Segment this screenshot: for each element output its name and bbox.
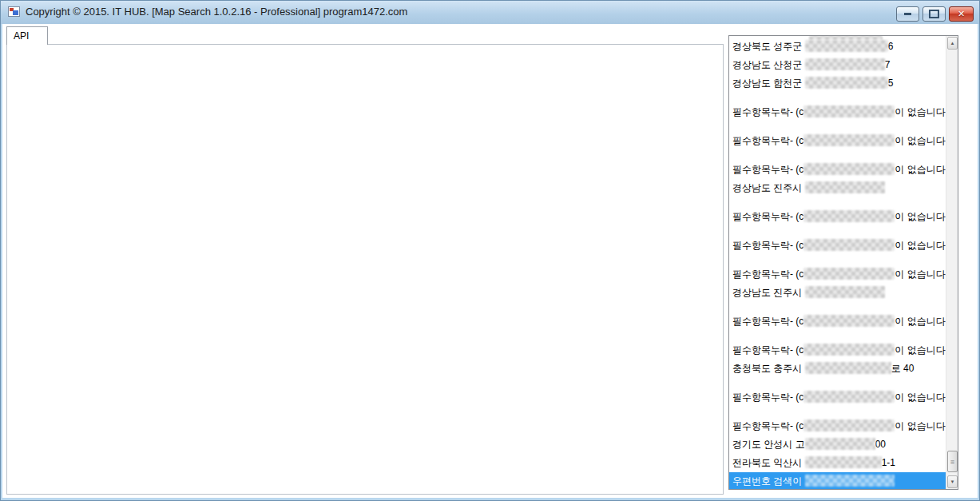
log-item[interactable]: 필수항목누락- (c이 없습니다.). bbox=[729, 103, 946, 121]
log-item[interactable]: 필수항목누락- (c이 없습니다.). bbox=[729, 341, 946, 360]
log-item[interactable]: 필수항목누락- (c이 없습니다.). bbox=[729, 161, 946, 179]
log-item[interactable]: 경상남도 진주시 bbox=[729, 179, 946, 197]
log-item[interactable]: 경상남도 산청군 7 bbox=[729, 56, 946, 74]
redacted-blur bbox=[803, 391, 895, 403]
redacted-blur bbox=[803, 239, 895, 251]
scroll-down-icon[interactable]: ▼ bbox=[947, 475, 958, 488]
redacted-blur bbox=[803, 163, 895, 175]
redacted-blur bbox=[805, 475, 895, 487]
app-icon bbox=[8, 6, 20, 17]
maximize-icon bbox=[929, 10, 939, 18]
close-button[interactable]: ✕ bbox=[949, 6, 974, 22]
redacted-blur bbox=[805, 456, 882, 468]
log-item[interactable]: 필수항목누락- (c이 없습니다.). bbox=[729, 417, 946, 435]
log-item[interactable]: 경상북도 성주군 6 bbox=[729, 38, 946, 56]
tab-api[interactable]: API bbox=[6, 26, 48, 45]
close-icon: ✕ bbox=[958, 10, 965, 18]
log-item[interactable]: 필수항목누락- (c이 없습니다.). bbox=[729, 237, 946, 255]
log-vscroll-thumb[interactable]: ≡ bbox=[947, 451, 958, 472]
redacted-blur bbox=[805, 438, 875, 450]
redacted-blur bbox=[803, 268, 895, 280]
log-item[interactable]: 필수항목누락- (c이 없습니다.). bbox=[729, 208, 946, 226]
log-item[interactable]: 경상남도 진주시 bbox=[729, 284, 946, 302]
redacted-blur bbox=[803, 344, 895, 356]
scroll-up-icon[interactable]: ▲ bbox=[947, 37, 958, 50]
redacted-blur bbox=[803, 419, 895, 431]
redacted-blur bbox=[805, 58, 885, 70]
log-item[interactable]: 경상남도 합천군 5 bbox=[729, 74, 946, 93]
redacted-blur bbox=[805, 362, 891, 374]
log-item[interactable]: 필수항목누락- (c이 없습니다.). bbox=[729, 265, 946, 284]
redacted-blur bbox=[805, 77, 888, 89]
redacted-blur bbox=[805, 40, 888, 52]
redacted-blur bbox=[803, 105, 895, 117]
redacted-blur bbox=[805, 181, 885, 193]
window-title: Copyright © 2015. IT HUB. [Map Search 1.… bbox=[26, 0, 407, 24]
log-item[interactable]: 전라북도 익산시 1-1 bbox=[729, 454, 946, 472]
redacted-blur bbox=[803, 315, 895, 327]
minimize-icon bbox=[904, 13, 911, 15]
log-vertical-scrollbar[interactable]: ▲ ≡ ▼ bbox=[946, 36, 958, 489]
tab-page bbox=[6, 44, 724, 495]
minimize-button[interactable] bbox=[896, 6, 919, 22]
title-bar: Copyright © 2015. IT HUB. [Map Search 1.… bbox=[0, 0, 980, 24]
maximize-button[interactable] bbox=[922, 6, 946, 22]
log-listbox[interactable]: 경상북도 성주군 6경상남도 산청군 7경상남도 합천군 5필수항목누락- (c… bbox=[728, 35, 958, 490]
log-item[interactable]: 필수항목누락- (c이 없습니다.). bbox=[729, 388, 946, 407]
log-item-selected[interactable]: 우편번호 검색이 bbox=[729, 472, 946, 490]
log-item[interactable]: 필수항목누락- (c이 없습니다.). bbox=[729, 312, 946, 331]
redacted-blur bbox=[803, 210, 895, 222]
redacted-blur bbox=[803, 134, 895, 146]
redacted-blur bbox=[805, 286, 885, 298]
log-item[interactable]: 충청북도 충주시 로 40 bbox=[729, 360, 946, 378]
scroll-grip-icon: ≡ bbox=[950, 458, 954, 466]
log-item[interactable]: 경기도 안성시 고00 bbox=[729, 435, 946, 454]
log-item[interactable]: 필수항목누락- (c이 없습니다.). bbox=[729, 132, 946, 150]
